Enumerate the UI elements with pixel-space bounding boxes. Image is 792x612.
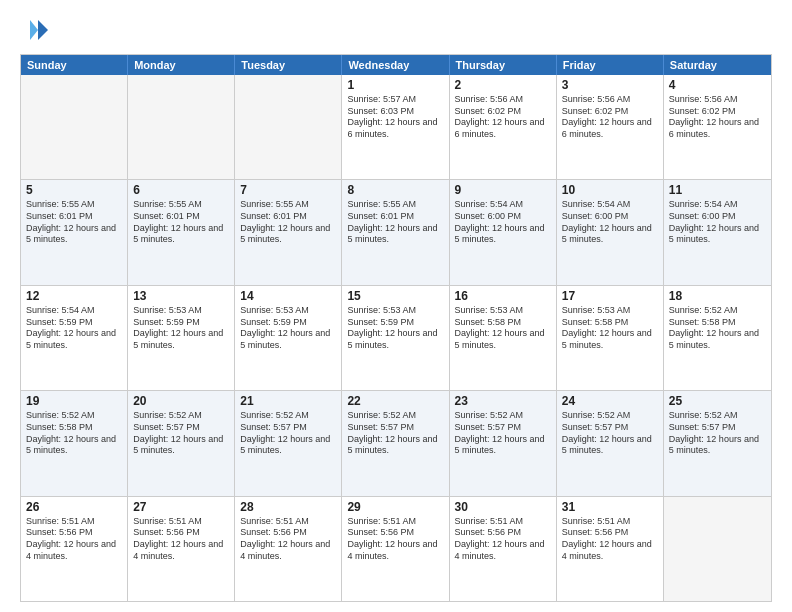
calendar-cell-4-6	[664, 497, 771, 601]
day-number: 2	[455, 78, 551, 92]
calendar-cell-1-6: 11Sunrise: 5:54 AM Sunset: 6:00 PM Dayli…	[664, 180, 771, 284]
day-number: 30	[455, 500, 551, 514]
cell-info: Sunrise: 5:52 AM Sunset: 5:57 PM Dayligh…	[455, 410, 551, 457]
cell-info: Sunrise: 5:51 AM Sunset: 5:56 PM Dayligh…	[455, 516, 551, 563]
day-number: 7	[240, 183, 336, 197]
calendar-cell-0-0	[21, 75, 128, 179]
day-number: 21	[240, 394, 336, 408]
calendar-cell-3-4: 23Sunrise: 5:52 AM Sunset: 5:57 PM Dayli…	[450, 391, 557, 495]
day-number: 8	[347, 183, 443, 197]
day-number: 27	[133, 500, 229, 514]
cell-info: Sunrise: 5:55 AM Sunset: 6:01 PM Dayligh…	[133, 199, 229, 246]
day-number: 15	[347, 289, 443, 303]
day-number: 16	[455, 289, 551, 303]
calendar-row-4: 26Sunrise: 5:51 AM Sunset: 5:56 PM Dayli…	[21, 496, 771, 601]
day-number: 17	[562, 289, 658, 303]
day-number: 19	[26, 394, 122, 408]
day-number: 31	[562, 500, 658, 514]
calendar-cell-2-5: 17Sunrise: 5:53 AM Sunset: 5:58 PM Dayli…	[557, 286, 664, 390]
header-day-monday: Monday	[128, 55, 235, 75]
header	[20, 16, 772, 44]
calendar-cell-2-3: 15Sunrise: 5:53 AM Sunset: 5:59 PM Dayli…	[342, 286, 449, 390]
calendar-cell-3-1: 20Sunrise: 5:52 AM Sunset: 5:57 PM Dayli…	[128, 391, 235, 495]
calendar-cell-2-1: 13Sunrise: 5:53 AM Sunset: 5:59 PM Dayli…	[128, 286, 235, 390]
calendar-row-3: 19Sunrise: 5:52 AM Sunset: 5:58 PM Dayli…	[21, 390, 771, 495]
header-day-thursday: Thursday	[450, 55, 557, 75]
calendar-cell-0-5: 3Sunrise: 5:56 AM Sunset: 6:02 PM Daylig…	[557, 75, 664, 179]
cell-info: Sunrise: 5:51 AM Sunset: 5:56 PM Dayligh…	[562, 516, 658, 563]
day-number: 26	[26, 500, 122, 514]
cell-info: Sunrise: 5:56 AM Sunset: 6:02 PM Dayligh…	[562, 94, 658, 141]
cell-info: Sunrise: 5:53 AM Sunset: 5:59 PM Dayligh…	[240, 305, 336, 352]
cell-info: Sunrise: 5:53 AM Sunset: 5:59 PM Dayligh…	[347, 305, 443, 352]
calendar-cell-1-2: 7Sunrise: 5:55 AM Sunset: 6:01 PM Daylig…	[235, 180, 342, 284]
logo	[20, 16, 52, 44]
calendar-cell-0-2	[235, 75, 342, 179]
calendar-cell-1-4: 9Sunrise: 5:54 AM Sunset: 6:00 PM Daylig…	[450, 180, 557, 284]
day-number: 14	[240, 289, 336, 303]
cell-info: Sunrise: 5:56 AM Sunset: 6:02 PM Dayligh…	[669, 94, 766, 141]
calendar-cell-2-6: 18Sunrise: 5:52 AM Sunset: 5:58 PM Dayli…	[664, 286, 771, 390]
day-number: 24	[562, 394, 658, 408]
cell-info: Sunrise: 5:52 AM Sunset: 5:58 PM Dayligh…	[26, 410, 122, 457]
cell-info: Sunrise: 5:52 AM Sunset: 5:58 PM Dayligh…	[669, 305, 766, 352]
cell-info: Sunrise: 5:55 AM Sunset: 6:01 PM Dayligh…	[347, 199, 443, 246]
cell-info: Sunrise: 5:52 AM Sunset: 5:57 PM Dayligh…	[133, 410, 229, 457]
cell-info: Sunrise: 5:53 AM Sunset: 5:58 PM Dayligh…	[455, 305, 551, 352]
calendar-cell-2-0: 12Sunrise: 5:54 AM Sunset: 5:59 PM Dayli…	[21, 286, 128, 390]
calendar-cell-0-1	[128, 75, 235, 179]
calendar-cell-3-3: 22Sunrise: 5:52 AM Sunset: 5:57 PM Dayli…	[342, 391, 449, 495]
calendar-cell-3-0: 19Sunrise: 5:52 AM Sunset: 5:58 PM Dayli…	[21, 391, 128, 495]
day-number: 18	[669, 289, 766, 303]
day-number: 29	[347, 500, 443, 514]
calendar-cell-0-6: 4Sunrise: 5:56 AM Sunset: 6:02 PM Daylig…	[664, 75, 771, 179]
cell-info: Sunrise: 5:51 AM Sunset: 5:56 PM Dayligh…	[347, 516, 443, 563]
day-number: 9	[455, 183, 551, 197]
day-number: 12	[26, 289, 122, 303]
day-number: 25	[669, 394, 766, 408]
header-day-saturday: Saturday	[664, 55, 771, 75]
cell-info: Sunrise: 5:51 AM Sunset: 5:56 PM Dayligh…	[133, 516, 229, 563]
calendar-cell-1-3: 8Sunrise: 5:55 AM Sunset: 6:01 PM Daylig…	[342, 180, 449, 284]
cell-info: Sunrise: 5:54 AM Sunset: 5:59 PM Dayligh…	[26, 305, 122, 352]
svg-marker-0	[38, 20, 48, 40]
day-number: 20	[133, 394, 229, 408]
day-number: 3	[562, 78, 658, 92]
calendar-cell-3-2: 21Sunrise: 5:52 AM Sunset: 5:57 PM Dayli…	[235, 391, 342, 495]
calendar-row-2: 12Sunrise: 5:54 AM Sunset: 5:59 PM Dayli…	[21, 285, 771, 390]
day-number: 1	[347, 78, 443, 92]
calendar-cell-4-4: 30Sunrise: 5:51 AM Sunset: 5:56 PM Dayli…	[450, 497, 557, 601]
day-number: 22	[347, 394, 443, 408]
calendar-cell-4-5: 31Sunrise: 5:51 AM Sunset: 5:56 PM Dayli…	[557, 497, 664, 601]
cell-info: Sunrise: 5:52 AM Sunset: 5:57 PM Dayligh…	[240, 410, 336, 457]
cell-info: Sunrise: 5:55 AM Sunset: 6:01 PM Dayligh…	[26, 199, 122, 246]
cell-info: Sunrise: 5:55 AM Sunset: 6:01 PM Dayligh…	[240, 199, 336, 246]
calendar-cell-4-2: 28Sunrise: 5:51 AM Sunset: 5:56 PM Dayli…	[235, 497, 342, 601]
cell-info: Sunrise: 5:56 AM Sunset: 6:02 PM Dayligh…	[455, 94, 551, 141]
cell-info: Sunrise: 5:52 AM Sunset: 5:57 PM Dayligh…	[562, 410, 658, 457]
header-day-sunday: Sunday	[21, 55, 128, 75]
cell-info: Sunrise: 5:52 AM Sunset: 5:57 PM Dayligh…	[347, 410, 443, 457]
calendar-body: 1Sunrise: 5:57 AM Sunset: 6:03 PM Daylig…	[21, 75, 771, 601]
day-number: 4	[669, 78, 766, 92]
cell-info: Sunrise: 5:53 AM Sunset: 5:59 PM Dayligh…	[133, 305, 229, 352]
calendar-header: SundayMondayTuesdayWednesdayThursdayFrid…	[21, 55, 771, 75]
cell-info: Sunrise: 5:51 AM Sunset: 5:56 PM Dayligh…	[26, 516, 122, 563]
calendar-cell-1-5: 10Sunrise: 5:54 AM Sunset: 6:00 PM Dayli…	[557, 180, 664, 284]
calendar-cell-3-5: 24Sunrise: 5:52 AM Sunset: 5:57 PM Dayli…	[557, 391, 664, 495]
day-number: 23	[455, 394, 551, 408]
cell-info: Sunrise: 5:57 AM Sunset: 6:03 PM Dayligh…	[347, 94, 443, 141]
day-number: 28	[240, 500, 336, 514]
calendar-cell-0-4: 2Sunrise: 5:56 AM Sunset: 6:02 PM Daylig…	[450, 75, 557, 179]
page: SundayMondayTuesdayWednesdayThursdayFrid…	[0, 0, 792, 612]
calendar-row-1: 5Sunrise: 5:55 AM Sunset: 6:01 PM Daylig…	[21, 179, 771, 284]
calendar-row-0: 1Sunrise: 5:57 AM Sunset: 6:03 PM Daylig…	[21, 75, 771, 179]
cell-info: Sunrise: 5:54 AM Sunset: 6:00 PM Dayligh…	[562, 199, 658, 246]
calendar-cell-4-1: 27Sunrise: 5:51 AM Sunset: 5:56 PM Dayli…	[128, 497, 235, 601]
logo-icon	[20, 16, 48, 44]
day-number: 13	[133, 289, 229, 303]
svg-marker-1	[30, 20, 38, 40]
day-number: 5	[26, 183, 122, 197]
calendar-cell-2-2: 14Sunrise: 5:53 AM Sunset: 5:59 PM Dayli…	[235, 286, 342, 390]
day-number: 6	[133, 183, 229, 197]
